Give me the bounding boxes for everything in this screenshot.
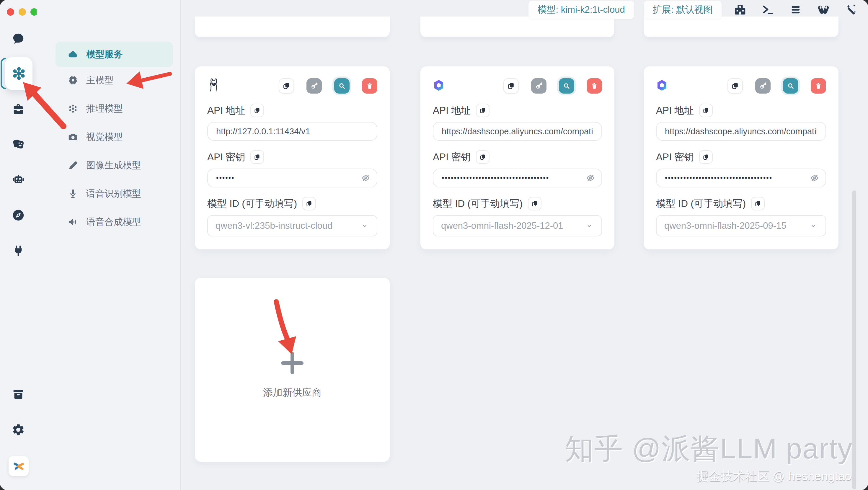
pencil-icon — [67, 160, 79, 171]
copy-provider-button[interactable] — [503, 78, 519, 94]
menu-item-image-gen-model[interactable]: 图像生成模型 — [56, 153, 173, 178]
rail-item-chat[interactable] — [0, 32, 37, 45]
copy-model-id-button[interactable] — [302, 197, 316, 211]
minimize-window-button[interactable] — [19, 8, 26, 16]
watermark-zhihu: 知乎 @派酱LLM party — [565, 430, 852, 468]
cpu-chip-icon — [67, 75, 79, 86]
terminal-icon[interactable] — [761, 3, 775, 17]
rail-item-discover[interactable] — [0, 208, 37, 222]
copy-provider-button[interactable] — [727, 78, 743, 94]
copy-api-key-button[interactable] — [699, 150, 713, 164]
api-key-input[interactable] — [433, 169, 602, 187]
model-id-value: qwen3-omni-flash-2025-09-15 — [664, 220, 786, 231]
menu-item-model-services[interactable]: 模型服务 — [56, 42, 173, 67]
eye-slash-icon[interactable] — [810, 173, 819, 183]
delete-provider-button[interactable] — [362, 78, 377, 94]
api-key-button[interactable] — [531, 78, 547, 94]
api-url-input[interactable] — [656, 122, 826, 141]
provider-cards-area: API 地址 API 密钥 模型 ID (可手动填写) qwen3-vl:235… — [181, 0, 868, 490]
search-models-button[interactable] — [334, 78, 349, 94]
copy-api-url-button[interactable] — [250, 103, 264, 117]
rail-item-personas[interactable] — [0, 137, 37, 151]
delete-provider-button[interactable] — [587, 78, 602, 94]
menu-item-speech-synthesis-model[interactable]: 语音合成模型 — [56, 209, 173, 235]
eye-slash-icon[interactable] — [361, 173, 371, 183]
menu-item-vision-model[interactable]: 视觉模型 — [56, 124, 173, 150]
copy-icon — [306, 200, 313, 207]
api-key-button[interactable] — [306, 78, 322, 94]
delete-provider-button[interactable] — [811, 78, 826, 94]
dashscope-icon — [433, 79, 445, 93]
model-status-badge[interactable]: 模型: kimi-k2:1t-cloud — [528, 1, 633, 19]
theater-masks-icon — [11, 137, 25, 151]
copy-api-key-button[interactable] — [476, 150, 490, 164]
microphone-icon — [67, 188, 79, 199]
close-window-button[interactable] — [7, 8, 14, 16]
api-key-input[interactable] — [656, 169, 826, 187]
copy-api-url-button[interactable] — [699, 103, 713, 117]
archive-box-icon — [11, 388, 25, 401]
copy-model-id-button[interactable] — [528, 197, 541, 211]
provider-card-ollama: API 地址 API 密钥 模型 ID (可手动填写) qwen3-vl:235… — [195, 66, 390, 249]
rail-item-settings[interactable] — [0, 423, 37, 436]
model-id-select[interactable]: qwen3-omni-flash-2025-09-15 — [656, 215, 826, 237]
search-models-button[interactable] — [559, 78, 574, 94]
key-icon — [759, 82, 767, 90]
model-id-value: qwen3-omni-flash-2025-12-01 — [441, 220, 563, 231]
extension-status-badge[interactable]: 扩展: 默认视图 — [644, 1, 721, 19]
key-icon — [310, 82, 318, 90]
toolbox-icon — [11, 103, 25, 116]
provider-card-dashscope-1: API 地址 API 密钥 模型 ID (可手动填写) qwen3-omni-f… — [421, 66, 614, 249]
api-key-button[interactable] — [755, 78, 771, 94]
plug-icon — [11, 244, 25, 257]
rail-item-plugins[interactable] — [0, 244, 37, 257]
vertical-scrollbar[interactable] — [852, 190, 856, 489]
menu-item-label: 主模型 — [86, 74, 114, 87]
magic-wand-icon[interactable] — [844, 3, 858, 17]
copy-provider-button[interactable] — [279, 78, 294, 94]
api-url-label: API 地址 — [207, 103, 377, 117]
copy-icon — [254, 153, 261, 160]
key-icon — [535, 82, 543, 90]
copy-icon — [702, 153, 709, 160]
gear-icon — [11, 423, 25, 436]
trash-icon — [590, 82, 598, 90]
api-key-label: API 密钥 — [207, 150, 377, 164]
copy-model-id-button[interactable] — [751, 197, 765, 211]
model-id-value: qwen3-vl:235b-instruct-cloud — [216, 220, 333, 231]
plus-icon — [280, 351, 305, 375]
model-services-menu: 模型服务 主模型 推理模型 视觉模型 图像生成模型 语音识别模型 语音合成模型 — [37, 0, 181, 490]
copy-icon — [702, 107, 709, 114]
rail-item-tools[interactable] — [0, 103, 37, 116]
model-id-select[interactable]: qwen3-vl:235b-instruct-cloud — [207, 215, 377, 237]
school-building-icon[interactable] — [733, 3, 747, 17]
api-url-input[interactable] — [433, 122, 602, 141]
api-key-input[interactable] — [207, 169, 377, 187]
search-models-button[interactable] — [783, 78, 798, 94]
api-url-input[interactable] — [207, 122, 377, 141]
binoculars-icon[interactable] — [817, 3, 830, 17]
copy-api-url-button[interactable] — [476, 103, 490, 117]
menu-item-speech-recognition-model[interactable]: 语音识别模型 — [56, 181, 173, 206]
chevron-down-icon — [809, 221, 818, 230]
add-provider-card[interactable]: 添加新供应商 — [195, 278, 390, 462]
model-id-select[interactable]: qwen3-omni-flash-2025-12-01 — [433, 215, 602, 237]
speaker-icon — [67, 216, 79, 227]
scrolled-card-partial — [195, 17, 390, 37]
menu-icon[interactable] — [789, 3, 802, 17]
rail-item-model-services[interactable] — [5, 57, 32, 90]
menu-item-label: 图像生成模型 — [86, 159, 141, 172]
robot-icon — [11, 173, 25, 187]
copy-api-key-button[interactable] — [250, 150, 264, 164]
eye-slash-icon[interactable] — [585, 173, 595, 183]
model-hub-icon — [11, 66, 26, 81]
model-id-label: 模型 ID (可手动填写) — [656, 197, 826, 211]
app-window: 模型服务 主模型 推理模型 视觉模型 图像生成模型 语音识别模型 语音合成模型 — [0, 0, 868, 490]
chevron-down-icon — [585, 221, 594, 230]
rail-item-app-logo[interactable] — [8, 456, 29, 476]
rail-item-knowledge[interactable] — [0, 388, 37, 401]
rail-item-agents[interactable] — [0, 173, 37, 187]
icon-rail — [0, 0, 37, 490]
menu-item-main-model[interactable]: 主模型 — [56, 68, 173, 93]
menu-item-reasoning-model[interactable]: 推理模型 — [56, 96, 173, 121]
